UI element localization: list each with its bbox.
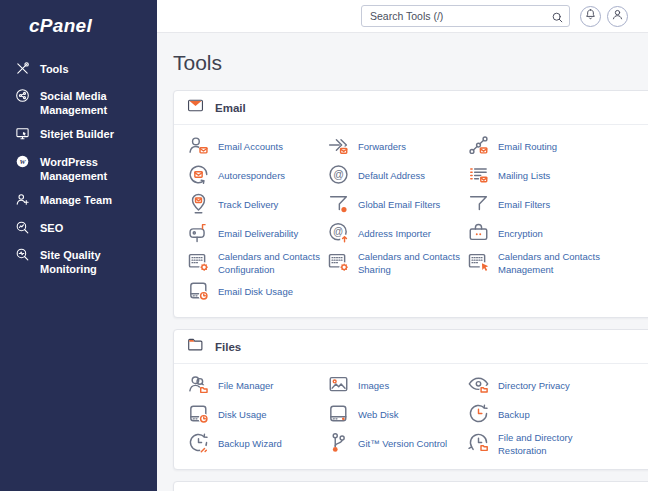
share-icon (15, 88, 30, 106)
sidebar-item-manage-team[interactable]: Manage Team (15, 188, 149, 215)
routing-icon (467, 134, 490, 161)
section-card-files: FilesFile ManagerImagesDirectory Privacy… (173, 329, 648, 470)
clock-restore-icon (467, 402, 490, 429)
tool-label: Disk Usage (218, 409, 267, 422)
sidebar-item-sitejet-builder[interactable]: Sitejet Builder (15, 122, 149, 149)
sidebar-item-label: Site Quality Monitoring (40, 247, 149, 277)
team-icon (15, 192, 30, 210)
tool-link-email-filters[interactable]: Email Filters (467, 191, 607, 220)
at-import-icon: @ (327, 221, 350, 248)
tool-link-web-disk[interactable]: Web Disk (327, 401, 467, 430)
tool-link-images[interactable]: Images (327, 372, 467, 401)
tool-link-backup[interactable]: Backup (467, 401, 607, 430)
sidebar-item-wordpress-management[interactable]: WWordPress Management (15, 149, 149, 188)
monitor-icon (15, 126, 30, 144)
tool-label: Email Accounts (218, 141, 283, 154)
section-title: Files (215, 341, 241, 353)
envelope-orange-icon (187, 97, 204, 118)
eye-folder-icon (467, 373, 490, 400)
sidebar-item-label: Social Media Management (40, 88, 149, 118)
tool-label: Forwarders (358, 141, 406, 154)
forward-arrows-icon (327, 134, 350, 161)
tool-label: Email Routing (498, 141, 557, 154)
tool-link-email-routing[interactable]: Email Routing (467, 133, 607, 162)
tool-grid: Email AccountsForwardersEmail RoutingAut… (174, 125, 648, 317)
topbar (157, 0, 648, 33)
tool-link-encryption[interactable]: Encryption (467, 220, 607, 249)
tool-label: Global Email Filters (358, 199, 440, 212)
mailing-list-icon (467, 163, 490, 190)
folder-orange-icon (187, 336, 204, 357)
main-content: Tools EmailEmail AccountsForwardersEmail… (157, 33, 648, 491)
tool-label: Encryption (498, 228, 543, 241)
svg-text:@: @ (333, 168, 344, 180)
tool-link-calendars-and-contacts-management[interactable]: Calendars and Contacts Management (467, 249, 607, 278)
sidebar-item-label: Tools (40, 61, 69, 76)
section-card-partial (173, 481, 648, 491)
sidebar-item-tools[interactable]: Tools (15, 56, 149, 83)
user-menu-button[interactable] (607, 6, 628, 27)
app-root: cPanel ToolsSocial Media ManagementSitej… (0, 0, 648, 491)
svg-text:W: W (19, 158, 26, 165)
tool-link-calendars-and-contacts-sharing[interactable]: Calendars and Contacts Sharing (327, 249, 467, 278)
tool-link-mailing-lists[interactable]: Mailing Lists (467, 162, 607, 191)
sidebar-item-label: Manage Team (40, 192, 112, 207)
sidebar-item-site-quality-monitoring[interactable]: Site Quality Monitoring (15, 242, 149, 281)
at-circle-icon: @ (327, 163, 350, 190)
tool-label: Images (358, 380, 389, 393)
tool-link-git-version-control[interactable]: Git™ Version Control (327, 430, 467, 459)
sidebar-item-label: WordPress Management (40, 154, 149, 184)
user-icon (611, 8, 624, 24)
tool-link-email-accounts[interactable]: Email Accounts (187, 133, 327, 162)
tool-label: Mailing Lists (498, 170, 550, 183)
tool-label: Calendars and Contacts Sharing (358, 251, 461, 277)
tool-label: Backup Wizard (218, 438, 282, 451)
tool-link-track-delivery[interactable]: Track Delivery (187, 191, 327, 220)
seo-icon (15, 220, 30, 238)
user-mail-icon (187, 134, 210, 161)
tool-label: Git™ Version Control (358, 438, 447, 451)
sidebar-item-seo[interactable]: SEO (15, 215, 149, 242)
tool-link-calendars-and-contacts-configuration[interactable]: Calendars and Contacts Configuration (187, 249, 327, 278)
tool-link-email-disk-usage[interactable]: Email Disk Usage (187, 278, 327, 307)
pin-mail-icon (187, 192, 210, 219)
tool-link-backup-wizard[interactable]: Backup Wizard (187, 430, 327, 459)
svg-text:@: @ (333, 226, 343, 237)
tool-label: Email Deliverability (218, 228, 298, 241)
disk-clock-icon (187, 279, 210, 306)
cpanel-logo[interactable]: cPanel (0, 0, 157, 50)
notifications-button[interactable] (580, 6, 601, 27)
tool-link-global-email-filters[interactable]: Global Email Filters (327, 191, 467, 220)
tool-link-address-importer[interactable]: @Address Importer (327, 220, 467, 249)
image-icon (327, 373, 350, 400)
tool-link-forwarders[interactable]: Forwarders (327, 133, 467, 162)
sidebar: cPanel ToolsSocial Media ManagementSitej… (0, 0, 157, 491)
tool-label: Calendars and Contacts Configuration (218, 251, 321, 277)
tool-link-disk-usage[interactable]: Disk Usage (187, 401, 327, 430)
tool-sections: EmailEmail AccountsForwardersEmail Routi… (173, 90, 648, 491)
tool-label: Autoresponders (218, 170, 285, 183)
clock-wand-icon (187, 431, 210, 458)
tool-link-directory-privacy[interactable]: Directory Privacy (467, 372, 607, 401)
briefcase-lock-icon (467, 221, 490, 248)
search-input[interactable] (361, 5, 570, 27)
clock-folder-icon (467, 431, 490, 458)
bell-icon (584, 8, 597, 24)
section-card-email: EmailEmail AccountsForwardersEmail Routi… (173, 90, 648, 318)
tool-link-file-manager[interactable]: File Manager (187, 372, 327, 401)
disk-dot-icon (327, 402, 350, 429)
sidebar-item-social-media-management[interactable]: Social Media Management (15, 83, 149, 122)
tool-label: File and Directory Restoration (498, 432, 601, 458)
tool-label: Track Delivery (218, 199, 278, 212)
tools-icon (15, 61, 30, 79)
funnel-dot-icon (327, 192, 350, 219)
tool-label: Directory Privacy (498, 380, 570, 393)
tool-label: Backup (498, 409, 530, 422)
tool-link-default-address[interactable]: @Default Address (327, 162, 467, 191)
tool-link-file-and-directory-restoration[interactable]: File and Directory Restoration (467, 430, 607, 459)
tool-label: Default Address (358, 170, 425, 183)
tool-link-email-deliverability[interactable]: Email Deliverability (187, 220, 327, 249)
content-column: Tools EmailEmail AccountsForwardersEmail… (157, 0, 648, 491)
tool-link-autoresponders[interactable]: Autoresponders (187, 162, 327, 191)
calendar-gear-icon (327, 250, 350, 277)
